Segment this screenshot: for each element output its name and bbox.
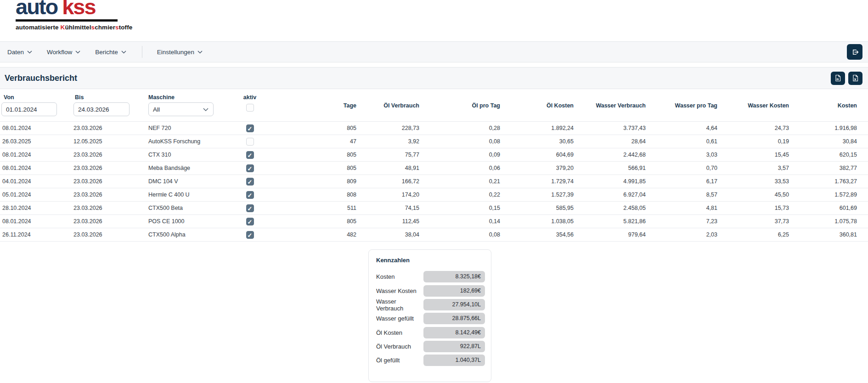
cell-oel-verbrauch: 174,20	[360, 192, 423, 198]
cell-von: 08.01.2024	[1, 152, 70, 158]
kennzahlen-panel: Kennzahlen Kosten8.325,18€Wasser Kosten1…	[368, 249, 491, 382]
kennzahlen-groups: Kosten8.325,18€Wasser Kosten182,69€Wasse…	[376, 271, 485, 366]
cell-wasser-kosten: 15,73	[721, 205, 793, 211]
aktiv-filter-checkbox[interactable]	[246, 104, 254, 112]
row-aktiv-checkbox[interactable]	[246, 218, 254, 225]
kennzahl-row: Öl gefüllt1.040,37L	[376, 355, 485, 366]
cell-aktiv	[238, 164, 261, 172]
logout-button[interactable]	[847, 44, 862, 60]
kennzahl-value: 8.142,49€	[423, 327, 485, 338]
kennzahlen-title: Kennzahlen	[376, 257, 485, 264]
cell-bis: 23.03.2026	[70, 205, 147, 211]
cell-maschine: CTX500 Beta	[147, 205, 238, 211]
logo-underline	[16, 19, 118, 22]
aktiv-label: aktiv	[243, 94, 257, 101]
brand-name-auto: auto	[16, 0, 57, 19]
row-aktiv-checkbox[interactable]	[246, 178, 254, 186]
cell-wasser-verbrauch: 5.821,86	[577, 218, 649, 225]
row-aktiv-checkbox[interactable]	[246, 231, 254, 239]
cell-von: 08.01.2024	[1, 218, 70, 225]
cell-oel-verbrauch: 3,92	[360, 138, 423, 145]
kennzahlen-group: Öl Kosten8.142,49€Öl Verbrauch922,87LÖl …	[376, 327, 485, 366]
filter-band: Von Bis Maschine All aktiv Tage Öl Verbr…	[0, 92, 868, 121]
brand-tagline: automatisierte Kühlmittelschmierstoffe	[16, 24, 119, 31]
cell-oel-kosten: 1.527,39	[504, 192, 577, 198]
cell-oel-kosten: 1.892,24	[504, 125, 577, 131]
chevron-down-icon	[121, 51, 126, 54]
cell-tage: 805	[261, 125, 360, 131]
export-pdf-button[interactable]	[831, 72, 845, 85]
von-date-input[interactable]	[1, 102, 57, 116]
row-aktiv-checkbox[interactable]	[246, 138, 254, 146]
brand-name: autokss	[16, 0, 119, 19]
cell-oel-verbrauch: 74,15	[360, 205, 423, 211]
row-aktiv-checkbox[interactable]	[246, 164, 254, 172]
nav-item-workflow[interactable]: Workflow	[47, 49, 80, 56]
app-root: autokss automatisierte Kühlmittelschmier…	[0, 0, 868, 383]
cell-von: 28.10.2024	[1, 205, 70, 211]
file-excel-icon	[852, 74, 859, 82]
tagline-red-letter: K	[61, 24, 65, 31]
file-pdf-icon	[834, 74, 841, 82]
cell-von: 04.01.2024	[1, 178, 70, 185]
nav-item-berichte[interactable]: Berichte	[95, 49, 126, 56]
cell-oel-pro-tag: 0,09	[423, 152, 504, 158]
kennzahl-row: Wasser Verbrauch27.954,10L	[376, 299, 485, 310]
kennzahl-row: Wasser gefüllt28.875,66L	[376, 313, 485, 324]
nav-item-daten[interactable]: Daten	[7, 49, 32, 56]
table-row: 05.01.2024 23.03.2026 Hermle C 400 U 808…	[0, 188, 868, 202]
row-aktiv-checkbox[interactable]	[246, 191, 254, 199]
cell-maschine: CTX 310	[147, 152, 238, 158]
column-header-oel-kosten: Öl Kosten	[504, 92, 577, 121]
kennzahl-label: Öl gefüllt	[376, 357, 423, 364]
cell-bis: 23.03.2026	[70, 192, 147, 198]
main-nav: Daten Workflow Berichte Einstellungen	[0, 41, 868, 62]
export-excel-button[interactable]	[848, 72, 862, 85]
maschine-select[interactable]: All	[148, 102, 214, 116]
cell-wasser-pro-tag: 4,64	[649, 125, 721, 131]
row-aktiv-checkbox[interactable]	[246, 124, 254, 132]
brand-logo: autokss automatisierte Kühlmittelschmier…	[16, 0, 119, 31]
cell-wasser-verbrauch: 566,91	[577, 165, 649, 171]
cell-aktiv	[238, 124, 261, 132]
cell-oel-verbrauch: 48,91	[360, 165, 423, 171]
row-aktiv-checkbox[interactable]	[246, 204, 254, 212]
row-aktiv-checkbox[interactable]	[246, 151, 254, 159]
table-row: 26.03.2025 12.05.2025 AutoKSS Forschung …	[0, 135, 868, 148]
column-header-wasser-kosten: Wasser Kosten	[721, 92, 793, 121]
column-header-wasser-pro-tag: Wasser pro Tag	[649, 92, 721, 121]
cell-aktiv	[238, 231, 261, 239]
logout-icon	[851, 48, 859, 56]
bis-label: Bis	[75, 94, 147, 101]
cell-oel-pro-tag: 0,06	[423, 165, 504, 171]
cell-maschine: DMC 104 V	[147, 178, 238, 185]
kennzahl-row: Wasser Kosten182,69€	[376, 285, 485, 297]
cell-wasser-verbrauch: 979,64	[577, 231, 649, 238]
cell-bis: 23.03.2026	[70, 178, 147, 185]
nav-item-einstellungen[interactable]: Einstellungen	[157, 49, 203, 56]
cell-wasser-kosten: 0,19	[721, 138, 793, 145]
cell-tage: 805	[261, 152, 360, 158]
column-header-wasser-verbrauch: Wasser Verbrauch	[577, 92, 649, 121]
filter-aktiv: aktiv	[238, 92, 261, 121]
cell-tage: 511	[261, 205, 360, 211]
kennzahl-label: Öl Kosten	[376, 329, 423, 336]
cell-aktiv	[238, 178, 261, 186]
kennzahl-value: 182,69€	[423, 285, 485, 297]
cell-oel-pro-tag: 0,08	[423, 138, 504, 145]
cell-wasser-kosten: 45,50	[721, 192, 793, 198]
cell-maschine: AutoKSS Forschung	[147, 138, 238, 145]
filter-bis: Bis	[70, 92, 147, 121]
table-row: 08.01.2024 23.03.2026 Meba Bandsäge 805 …	[0, 162, 868, 175]
cell-oel-pro-tag: 0,15	[423, 205, 504, 211]
tagline-red-letter: s	[91, 24, 95, 31]
filter-maschine: Maschine All	[147, 92, 238, 121]
cell-wasser-kosten: 24,73	[721, 125, 793, 131]
bis-date-input[interactable]	[73, 102, 130, 116]
cell-kosten: 360,81	[793, 231, 861, 238]
cell-oel-kosten: 379,20	[504, 165, 577, 171]
maschine-label: Maschine	[148, 94, 238, 101]
cell-maschine: Meba Bandsäge	[147, 165, 238, 171]
cell-kosten: 30,84	[793, 138, 861, 145]
cell-oel-kosten: 1.038,05	[504, 218, 577, 225]
